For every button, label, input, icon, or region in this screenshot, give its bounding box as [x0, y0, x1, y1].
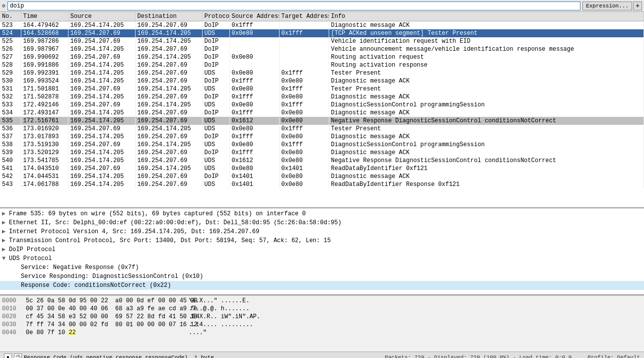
- table-row[interactable]: 529169.992391169.254.174.205169.254.207.…: [0, 69, 644, 77]
- table-cell: 169.254.174.205: [135, 85, 202, 93]
- table-cell: UDS: [202, 141, 229, 149]
- hex-pane[interactable]: 00005c 26 0a 58 0d 95 00 22 a0 00 0d ef …: [0, 295, 644, 352]
- detail-item-uds[interactable]: ▼UDS Protocol: [0, 254, 644, 263]
- col-header-no[interactable]: No.: [0, 12, 21, 21]
- table-cell: 523: [0, 21, 21, 30]
- table-cell: 169.254.207.69: [68, 29, 135, 37]
- detail-item-ethernet[interactable]: ▶Ethernet II, Src: Delphi_00:0d:ef (00:2…: [0, 218, 644, 227]
- detail-item-doip[interactable]: ▶DoIP Protocol: [0, 245, 644, 254]
- table-cell: [279, 37, 329, 45]
- table-row[interactable]: 525169.987286169.254.207.69169.254.174.2…: [0, 37, 644, 45]
- col-header-sa[interactable]: Source Address: [229, 12, 279, 21]
- table-cell: DoIP: [202, 93, 229, 101]
- table-cell: UDS: [202, 101, 229, 109]
- table-row[interactable]: 530169.993524169.254.174.205169.254.207.…: [0, 77, 644, 85]
- table-cell: UDS: [202, 165, 229, 173]
- table-header: No. Time Source Destination Protocol Sou…: [0, 12, 644, 21]
- table-cell: Vehicle announcement message/vehicle ide…: [329, 45, 644, 53]
- table-cell: 530: [0, 77, 21, 85]
- table-cell: 169.254.207.69: [68, 85, 135, 93]
- table-row[interactable]: 538173.519130169.254.207.69169.254.174.2…: [0, 141, 644, 149]
- table-row[interactable]: 528169.991886169.254.174.205169.254.207.…: [0, 61, 644, 69]
- detail-text: UDS Protocol: [9, 255, 642, 263]
- table-cell: Diagnostic message ACK: [329, 173, 644, 180]
- table-cell: 0x0e80: [229, 29, 279, 37]
- detail-item-uds-service[interactable]: Service: Negative Response (0x7f): [0, 263, 644, 272]
- table-row[interactable]: 536173.016920169.254.207.69169.254.174.2…: [0, 125, 644, 133]
- table-cell: 169.254.174.205: [68, 61, 135, 69]
- table-row[interactable]: 539173.520129169.254.174.205169.254.207.…: [0, 149, 644, 157]
- table-cell: 174.044531: [21, 173, 68, 180]
- table-cell: 534: [0, 109, 21, 117]
- table-cell: Vehicle identification request with EID: [329, 37, 644, 45]
- table-cell: ReadDataByIdentifier 0xf121: [329, 165, 644, 173]
- table-cell: Routing activation request: [329, 53, 644, 61]
- table-cell: 169.254.207.69: [135, 117, 202, 125]
- table-cell: Tester Present: [329, 69, 644, 77]
- table-cell: 0x0e80: [229, 141, 279, 149]
- detail-item-frame[interactable]: ▶Frame 535: 69 bytes on wire (552 bits),…: [0, 209, 644, 218]
- table-cell: 0x0e80: [229, 165, 279, 173]
- filter-input[interactable]: [7, 1, 581, 10]
- status-icon-shark: 🦈: [14, 354, 22, 358]
- table-cell: Diagnostic message ACK: [329, 149, 644, 157]
- table-row[interactable]: 524164.528668169.254.207.69169.254.174.2…: [0, 29, 644, 37]
- table-row[interactable]: 535172.516761169.254.174.205169.254.207.…: [0, 117, 644, 125]
- col-header-dst[interactable]: Destination: [135, 12, 202, 21]
- table-row[interactable]: 531171.501881169.254.207.69169.254.174.2…: [0, 85, 644, 93]
- table-row[interactable]: 541174.043510169.254.207.69169.254.174.2…: [0, 165, 644, 173]
- table-cell: UDS: [202, 117, 229, 125]
- packet-list-pane[interactable]: No. Time Source Destination Protocol Sou…: [0, 12, 644, 208]
- table-cell: 527: [0, 53, 21, 61]
- table-cell: 169.254.174.205: [68, 45, 135, 53]
- table-cell: 169.254.207.69: [68, 37, 135, 45]
- table-cell: Tester Present: [329, 85, 644, 93]
- table-row[interactable]: 540173.541785169.254.174.205169.254.207.…: [0, 157, 644, 165]
- detail-item-uds-code[interactable]: Response Code: conditionsNotCorrect (0x2…: [0, 281, 644, 290]
- table-cell: 169.991886: [21, 61, 68, 69]
- table-cell: 173.016920: [21, 125, 68, 133]
- table-cell: 528: [0, 61, 21, 69]
- detail-item-uds-responding[interactable]: Service Responding: DiagnosticSessionCon…: [0, 272, 644, 281]
- table-cell: Diagnostic message ACK: [329, 77, 644, 85]
- table-cell: 169.254.207.69: [135, 69, 202, 77]
- table-row[interactable]: 526169.987967169.254.174.205169.254.207.…: [0, 45, 644, 53]
- table-cell: 537: [0, 133, 21, 141]
- table-cell: 171.502878: [21, 93, 68, 101]
- table-cell: 0x0e80: [279, 157, 329, 165]
- table-row[interactable]: 523164.479462169.254.174.205169.254.207.…: [0, 21, 644, 30]
- table-row[interactable]: 532171.502878169.254.174.205169.254.207.…: [0, 93, 644, 101]
- col-header-info[interactable]: Info: [329, 12, 644, 21]
- table-cell: [229, 45, 279, 53]
- table-cell: [TCP ACKed unseen segment] Tester Presen…: [329, 29, 644, 37]
- table-row[interactable]: 527169.990692169.254.207.69169.254.174.2…: [0, 53, 644, 61]
- detail-text: Frame 535: 69 bytes on wire (552 bits), …: [9, 210, 642, 218]
- table-cell: DoIP: [202, 133, 229, 141]
- table-row[interactable]: 542174.044531169.254.174.205169.254.207.…: [0, 173, 644, 180]
- table-row[interactable]: 533172.492146169.254.207.69169.254.174.2…: [0, 101, 644, 109]
- table-cell: Diagnostic message ACK: [329, 21, 644, 30]
- table-cell: 0x0e80: [229, 53, 279, 61]
- hex-bytes: 5c 26 0a 58 0d 95 00 22 a0 00 0d ef 08 0…: [26, 297, 185, 305]
- table-cell: 0x0e80: [279, 133, 329, 141]
- table-row[interactable]: 537173.017893169.254.174.205169.254.207.…: [0, 133, 644, 141]
- table-cell: 0x1612: [229, 117, 279, 125]
- detail-item-tcp[interactable]: ▶Transmission Control Protocol, Src Port…: [0, 236, 644, 245]
- table-cell: 169.254.174.205: [135, 141, 202, 149]
- table-cell: 169.254.174.205: [135, 53, 202, 61]
- table-cell: 525: [0, 37, 21, 45]
- plus-button[interactable]: +: [633, 1, 642, 10]
- table-cell: Diagnostic message ACK: [329, 93, 644, 101]
- table-cell: 174.061788: [21, 180, 68, 188]
- expression-button[interactable]: Expression...: [582, 1, 632, 10]
- col-header-time[interactable]: Time: [21, 12, 68, 21]
- detail-pane[interactable]: ▶Frame 535: 69 bytes on wire (552 bits),…: [0, 208, 644, 295]
- table-cell: DoIP: [202, 21, 229, 30]
- table-row[interactable]: 543174.061788169.254.174.205169.254.207.…: [0, 180, 644, 188]
- col-header-proto[interactable]: Protocol: [202, 12, 229, 21]
- detail-item-ip[interactable]: ▶Internet Protocol Version 4, Src: 169.2…: [0, 227, 644, 236]
- col-header-ta[interactable]: Target Address: [279, 12, 329, 21]
- table-row[interactable]: 534172.493147169.254.174.205169.254.207.…: [0, 109, 644, 117]
- col-header-src[interactable]: Source: [68, 12, 135, 21]
- expand-icon: ▶: [2, 219, 9, 227]
